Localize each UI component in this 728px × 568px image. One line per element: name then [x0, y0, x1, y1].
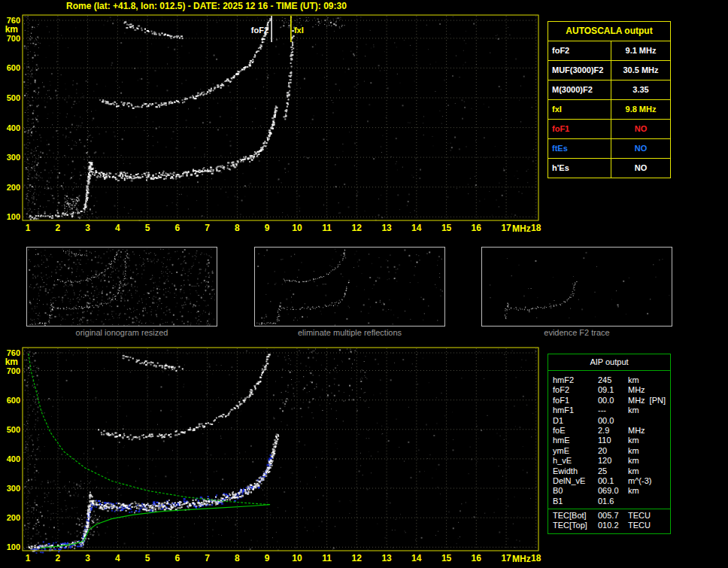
- aip-output-panel: AIP output hmF2245kmfoF209.1MHzfoF100.0M…: [548, 354, 671, 534]
- svg-text:200: 200: [7, 183, 20, 192]
- aip-row-unit: MHz: [628, 385, 645, 395]
- autoscala-row-label: foF2: [548, 41, 611, 60]
- svg-text:14: 14: [411, 553, 422, 563]
- aip-row-hme: hmE110km: [548, 436, 670, 445]
- aip-row-unit: km: [628, 375, 639, 385]
- aip-row-value: 110: [598, 436, 628, 445]
- svg-text:300: 300: [7, 153, 20, 162]
- svg-text:km: km: [5, 357, 18, 367]
- autoscala-row-label: foF1: [548, 120, 611, 138]
- aip-row-label: D1: [553, 416, 598, 426]
- thumbnail-image-0: [27, 248, 217, 326]
- autoscala-row-ftes: ftEsNO: [548, 139, 670, 159]
- svg-text:6: 6: [175, 223, 180, 233]
- aip-tec-row-tec-bot: TEC[Bot]005.7TECU: [548, 511, 670, 521]
- svg-text:1: 1: [26, 223, 31, 233]
- svg-text:2: 2: [56, 553, 61, 563]
- aip-row-value: ---: [598, 405, 628, 415]
- svg-text:9: 9: [265, 553, 270, 563]
- svg-text:100: 100: [7, 212, 20, 221]
- aip-row-unit: km: [628, 436, 639, 445]
- aip-tec-rows: TEC[Bot]005.7TECUTEC[Top]010.2TECU: [548, 511, 670, 533]
- aip-row-foe: foE2.9MHz: [548, 426, 670, 436]
- svg-text:8: 8: [235, 223, 240, 233]
- ionogram-bottom-chart: 123456789101112131415161718MHz7607006005…: [0, 342, 544, 568]
- aip-row-label: hmE: [553, 436, 598, 445]
- svg-text:5: 5: [145, 553, 150, 563]
- svg-text:7: 7: [205, 223, 210, 233]
- aip-row-value: 069.0: [598, 486, 628, 496]
- svg-text:6: 6: [175, 553, 180, 563]
- aip-row-unit: km: [628, 486, 639, 496]
- svg-text:10: 10: [292, 553, 302, 563]
- svg-text:12: 12: [352, 553, 362, 563]
- autoscala-row-label: M(3000)F2: [548, 80, 611, 99]
- autoscala-row-m-3000-f2: M(3000)F23.35: [548, 80, 670, 100]
- aip-rows: hmF2245kmfoF209.1MHzfoF100.0MHz[PN]hmF1-…: [548, 371, 670, 506]
- aip-row-label: DelN_vE: [553, 476, 598, 486]
- svg-text:15: 15: [441, 553, 452, 563]
- autoscala-main-screen: Rome (lat: +41.8, lon: 012.5) - DATE: 20…: [0, 0, 728, 568]
- aip-tec-unit: TECU: [628, 521, 651, 530]
- svg-text:MHz: MHz: [512, 223, 531, 234]
- svg-text:15: 15: [441, 223, 452, 233]
- aip-row-unit: km: [628, 456, 639, 466]
- aip-tec-label: TEC[Bot]: [553, 511, 598, 521]
- aip-row-value: 120: [598, 456, 628, 466]
- thumbnail-caption-1: eliminate multiple reflections: [254, 328, 445, 337]
- aip-row-value: 01.6: [598, 497, 628, 506]
- aip-row-fof2: foF209.1MHz: [548, 385, 670, 395]
- aip-row-label: hmF2: [553, 375, 598, 385]
- aip-row-value: 00.0: [598, 396, 628, 405]
- aip-row-label: hmF1: [553, 405, 598, 415]
- aip-row-label: B1: [553, 497, 598, 506]
- svg-text:400: 400: [7, 123, 20, 132]
- svg-text:1: 1: [26, 553, 31, 563]
- thumbnail-image-2: [482, 248, 672, 326]
- aip-row-unit: km: [628, 466, 639, 476]
- aip-row-unit: km: [628, 405, 639, 415]
- svg-text:4: 4: [115, 553, 120, 563]
- aip-row-value: 20: [598, 446, 628, 456]
- autoscala-row-label: fxI: [548, 100, 611, 119]
- svg-text:14: 14: [411, 223, 422, 233]
- thumbnail-caption-2: evidence F2 trace: [481, 328, 672, 337]
- aip-row-label: Ewidth: [553, 466, 598, 476]
- aip-tec-label: TEC[Top]: [553, 521, 598, 530]
- aip-row-value: 09.1: [598, 385, 628, 395]
- aip-row-yme: ymE20km: [548, 446, 670, 456]
- svg-text:7: 7: [205, 553, 210, 563]
- station-header: Rome (lat: +41.8, lon: 012.5) - DATE: 20…: [66, 1, 347, 11]
- svg-text:fxI: fxI: [294, 26, 304, 35]
- aip-tec-value: 005.7: [598, 511, 628, 521]
- autoscala-row-value: NO: [611, 159, 670, 178]
- svg-text:200: 200: [7, 513, 20, 522]
- aip-row-deln-ve: DelN_vE00.1m^(-3): [548, 476, 670, 486]
- svg-text:9: 9: [265, 223, 270, 233]
- svg-text:4: 4: [115, 223, 120, 233]
- aip-row-unit: MHz: [628, 396, 645, 405]
- svg-text:16: 16: [472, 553, 482, 563]
- svg-text:3: 3: [85, 553, 90, 563]
- aip-tec-row-tec-top: TEC[Top]010.2TECU: [548, 521, 670, 530]
- svg-text:400: 400: [7, 454, 20, 463]
- autoscala-row-value: 9.8 MHz: [611, 100, 670, 119]
- svg-text:km: km: [5, 24, 18, 35]
- svg-text:16: 16: [472, 223, 482, 233]
- ionogram-top-chart: foF2fxI123456789101112131415161718MHz760…: [0, 6, 544, 242]
- aip-row-note: [PN]: [650, 396, 666, 405]
- aip-panel-title: AIP output: [548, 354, 670, 371]
- svg-text:18: 18: [531, 223, 541, 233]
- autoscala-output-panel: AUTOSCALA output foF29.1 MHzMUF(3000)F23…: [548, 21, 671, 178]
- svg-text:13: 13: [381, 553, 392, 563]
- svg-text:8: 8: [235, 553, 240, 563]
- aip-row-hmf1: hmF1---km: [548, 405, 670, 415]
- thumbnail-caption-0: original ionogram resized: [26, 328, 217, 337]
- aip-separator: [548, 509, 670, 509]
- autoscala-row-value: 30.5 MHz: [611, 61, 670, 80]
- aip-tec-value: 010.2: [598, 521, 628, 530]
- svg-text:300: 300: [7, 484, 20, 493]
- aip-row-unit: km: [628, 446, 639, 456]
- aip-row-h-ve: h_vE120km: [548, 456, 670, 466]
- svg-text:600: 600: [7, 63, 20, 72]
